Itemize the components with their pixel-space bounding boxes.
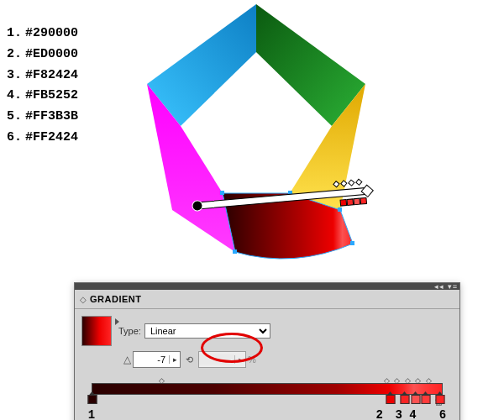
svg-rect-5: [354, 198, 360, 205]
type-label: Type:: [118, 326, 141, 336]
gradient-stops-row: 🗑: [92, 395, 443, 407]
svg-rect-3: [340, 200, 347, 207]
gradient-stop[interactable]: [88, 395, 96, 404]
gradient-stop[interactable]: [411, 395, 418, 404]
gradient-swatch-preview[interactable]: [81, 316, 112, 346]
panel-titlebar[interactable]: ◂◂ ▾≡: [75, 283, 459, 290]
aspect-ratio-input: ▸: [198, 351, 246, 368]
svg-rect-4: [347, 199, 354, 206]
gradient-stop[interactable]: [422, 395, 429, 404]
angle-icon: △: [123, 354, 131, 365]
color-code-item: 4.#FB5252: [7, 86, 78, 107]
panel-title: GRADIENT: [90, 294, 141, 304]
panel-tab-marker-icon: ◇: [80, 295, 87, 304]
gradient-midpoint-row: ◇◇◇◇◇◇: [92, 376, 443, 383]
stop-number-label: 6: [439, 408, 446, 420]
pentagon-ribbon-artwork: [109, 0, 403, 286]
stop-number-label: 2: [376, 408, 383, 420]
selection-handle: [350, 241, 354, 245]
stop-number-labels: 123 4 56: [92, 408, 443, 420]
svg-rect-6: [360, 197, 367, 204]
color-code-item: 2.#ED0000: [7, 45, 78, 66]
selection-handle: [338, 207, 342, 212]
color-code-item: 3.#F82424: [7, 66, 78, 87]
color-code-list: 1.#290000 2.#ED0000 3.#F82424 4.#FB5252 …: [7, 24, 78, 149]
gradient-stop[interactable]: [401, 395, 408, 404]
stop-number-label: 1: [88, 408, 95, 420]
gradient-type-select[interactable]: Linear: [144, 323, 270, 339]
selection-handle: [233, 249, 237, 254]
gradient-stop[interactable]: [386, 395, 394, 404]
panel-flyout-icon[interactable]: ◂◂ ▾≡: [434, 282, 458, 291]
color-code-item: 1.#290000: [7, 24, 78, 45]
selection-handle: [220, 191, 224, 195]
angle-input[interactable]: ▸: [133, 351, 181, 368]
aspect-ratio-suffix: %: [248, 354, 256, 365]
svg-rect-10: [356, 179, 362, 185]
svg-point-1: [192, 200, 202, 211]
color-code-item: 5.#FF3B3B: [7, 107, 78, 128]
stop-number-label: 3 4 5: [396, 408, 428, 420]
angle-value[interactable]: [134, 354, 169, 365]
angle-stepper-icon[interactable]: ▸: [169, 355, 180, 364]
aspect-ratio-stepper-icon: ▸: [234, 355, 245, 364]
aspect-ratio-icon: ⟲: [186, 354, 193, 365]
panel-tab[interactable]: ◇ GRADIENT: [75, 290, 459, 309]
gradient-stop[interactable]: [435, 395, 443, 404]
color-code-item: 6.#FF2424: [7, 128, 78, 149]
svg-rect-9: [349, 180, 354, 186]
aspect-ratio-value: [199, 354, 234, 365]
gradient-panel: ◂◂ ▾≡ ◇ GRADIENT Type: Linear △ ▸ ⟲ ▸ %: [74, 282, 460, 420]
